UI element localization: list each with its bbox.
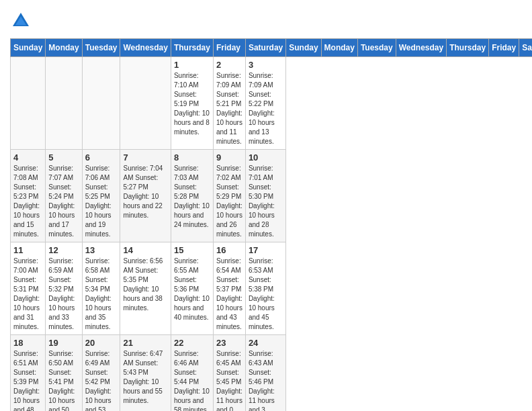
day-number: 22 — [174, 338, 210, 348]
weekday-header-tuesday: Tuesday — [357, 39, 396, 57]
page-header — [10, 10, 522, 32]
day-number: 6 — [85, 152, 118, 163]
day-info: Sunrise: 6:46 AM Sunset: 5:44 PM Dayligh… — [174, 349, 210, 411]
calendar-day: 7Sunrise: 7:04 AM Sunset: 5:27 PM Daylig… — [120, 150, 171, 242]
day-number: 3 — [249, 60, 283, 70]
day-info: Sunrise: 6:49 AM Sunset: 5:42 PM Dayligh… — [85, 349, 118, 411]
day-info: Sunrise: 6:43 AM Sunset: 5:46 PM Dayligh… — [249, 349, 283, 411]
day-number: 13 — [85, 245, 118, 255]
calendar-week-4: 18Sunrise: 6:51 AM Sunset: 5:39 PM Dayli… — [11, 335, 533, 412]
calendar-day: 21Sunrise: 6:47 AM Sunset: 5:43 PM Dayli… — [120, 335, 171, 412]
calendar-day: 20Sunrise: 6:49 AM Sunset: 5:42 PM Dayli… — [82, 335, 120, 412]
header-wednesday: Wednesday — [120, 39, 171, 57]
day-info: Sunrise: 7:08 AM Sunset: 5:23 PM Dayligh… — [13, 164, 42, 239]
calendar-day: 8Sunrise: 7:03 AM Sunset: 5:28 PM Daylig… — [171, 150, 213, 242]
weekday-header-thursday: Thursday — [447, 39, 489, 57]
weekday-header-friday: Friday — [489, 39, 519, 57]
weekday-header-saturday: Saturday — [519, 39, 532, 57]
day-info: Sunrise: 6:55 AM Sunset: 5:36 PM Dayligh… — [174, 257, 210, 322]
header-tuesday: Tuesday — [82, 39, 120, 57]
calendar-day: 19Sunrise: 6:50 AM Sunset: 5:41 PM Dayli… — [46, 335, 82, 412]
day-info: Sunrise: 6:50 AM Sunset: 5:41 PM Dayligh… — [48, 349, 79, 411]
calendar-week-1: 1Sunrise: 7:10 AM Sunset: 5:19 PM Daylig… — [11, 57, 533, 150]
calendar-day: 14Sunrise: 6:56 AM Sunset: 5:35 PM Dayli… — [120, 242, 171, 335]
day-number: 7 — [123, 152, 167, 163]
day-number: 16 — [216, 245, 242, 255]
header-sunday: Sunday — [11, 39, 46, 57]
calendar-day: 2Sunrise: 7:09 AM Sunset: 5:21 PM Daylig… — [213, 57, 245, 150]
calendar-day: 15Sunrise: 6:55 AM Sunset: 5:36 PM Dayli… — [171, 242, 213, 335]
day-number: 17 — [249, 245, 283, 255]
day-info: Sunrise: 6:56 AM Sunset: 5:35 PM Dayligh… — [123, 257, 167, 313]
day-number: 9 — [216, 152, 242, 163]
calendar-day — [82, 57, 120, 150]
calendar-day: 4Sunrise: 7:08 AM Sunset: 5:23 PM Daylig… — [11, 150, 46, 242]
day-info: Sunrise: 7:10 AM Sunset: 5:19 PM Dayligh… — [174, 71, 210, 137]
day-number: 15 — [174, 245, 210, 255]
calendar-day: 1Sunrise: 7:10 AM Sunset: 5:19 PM Daylig… — [171, 57, 213, 150]
day-info: Sunrise: 7:01 AM Sunset: 5:30 PM Dayligh… — [249, 164, 283, 239]
day-number: 14 — [123, 245, 167, 255]
day-number: 20 — [85, 338, 118, 348]
calendar-day — [46, 57, 82, 150]
header-monday: Monday — [46, 39, 82, 57]
day-info: Sunrise: 6:51 AM Sunset: 5:39 PM Dayligh… — [13, 349, 42, 411]
calendar-day: 17Sunrise: 6:53 AM Sunset: 5:38 PM Dayli… — [245, 242, 285, 335]
header-saturday: Saturday — [245, 39, 285, 57]
day-number: 4 — [13, 152, 42, 163]
calendar-day: 23Sunrise: 6:45 AM Sunset: 5:45 PM Dayli… — [213, 335, 245, 412]
calendar-day: 12Sunrise: 6:59 AM Sunset: 5:32 PM Dayli… — [46, 242, 82, 335]
day-number: 5 — [48, 152, 79, 163]
day-info: Sunrise: 7:06 AM Sunset: 5:25 PM Dayligh… — [85, 164, 118, 239]
day-number: 21 — [123, 338, 167, 348]
day-number: 8 — [174, 152, 210, 163]
day-number: 23 — [216, 338, 242, 348]
day-info: Sunrise: 6:47 AM Sunset: 5:43 PM Dayligh… — [123, 349, 167, 406]
calendar-day: 10Sunrise: 7:01 AM Sunset: 5:30 PM Dayli… — [245, 150, 285, 242]
day-info: Sunrise: 7:03 AM Sunset: 5:28 PM Dayligh… — [174, 164, 210, 230]
day-info: Sunrise: 6:58 AM Sunset: 5:34 PM Dayligh… — [85, 257, 118, 332]
calendar-day: 16Sunrise: 6:54 AM Sunset: 5:37 PM Dayli… — [213, 242, 245, 335]
calendar-week-2: 4Sunrise: 7:08 AM Sunset: 5:23 PM Daylig… — [11, 150, 533, 242]
weekday-header-monday: Monday — [321, 39, 357, 57]
calendar-table: SundayMondayTuesdayWednesdayThursdayFrid… — [10, 38, 532, 411]
day-info: Sunrise: 7:09 AM Sunset: 5:21 PM Dayligh… — [216, 71, 242, 146]
logo — [10, 10, 34, 32]
day-info: Sunrise: 6:45 AM Sunset: 5:45 PM Dayligh… — [216, 349, 242, 411]
weekday-header-sunday: Sunday — [286, 39, 321, 57]
calendar-day: 11Sunrise: 7:00 AM Sunset: 5:31 PM Dayli… — [11, 242, 46, 335]
day-number: 18 — [13, 338, 42, 348]
calendar-header-row: SundayMondayTuesdayWednesdayThursdayFrid… — [11, 39, 533, 57]
day-info: Sunrise: 6:53 AM Sunset: 5:38 PM Dayligh… — [249, 257, 283, 332]
day-info: Sunrise: 7:07 AM Sunset: 5:24 PM Dayligh… — [48, 164, 79, 239]
day-info: Sunrise: 7:04 AM Sunset: 5:27 PM Dayligh… — [123, 164, 167, 220]
day-info: Sunrise: 7:00 AM Sunset: 5:31 PM Dayligh… — [13, 257, 42, 332]
calendar-day: 24Sunrise: 6:43 AM Sunset: 5:46 PM Dayli… — [245, 335, 285, 412]
calendar-day: 6Sunrise: 7:06 AM Sunset: 5:25 PM Daylig… — [82, 150, 120, 242]
day-number: 10 — [249, 152, 283, 163]
weekday-header-wednesday: Wednesday — [396, 39, 446, 57]
calendar-day: 22Sunrise: 6:46 AM Sunset: 5:44 PM Dayli… — [171, 335, 213, 412]
day-info: Sunrise: 6:59 AM Sunset: 5:32 PM Dayligh… — [48, 257, 79, 332]
day-number: 2 — [216, 60, 242, 70]
calendar-day — [120, 57, 171, 150]
day-info: Sunrise: 7:02 AM Sunset: 5:29 PM Dayligh… — [216, 164, 242, 239]
calendar-day — [11, 57, 46, 150]
calendar-day: 5Sunrise: 7:07 AM Sunset: 5:24 PM Daylig… — [46, 150, 82, 242]
day-number: 1 — [174, 60, 210, 70]
day-number: 19 — [48, 338, 79, 348]
day-number: 24 — [249, 338, 283, 348]
calendar-day: 13Sunrise: 6:58 AM Sunset: 5:34 PM Dayli… — [82, 242, 120, 335]
calendar-day: 9Sunrise: 7:02 AM Sunset: 5:29 PM Daylig… — [213, 150, 245, 242]
day-number: 12 — [48, 245, 79, 255]
calendar-day: 18Sunrise: 6:51 AM Sunset: 5:39 PM Dayli… — [11, 335, 46, 412]
day-info: Sunrise: 6:54 AM Sunset: 5:37 PM Dayligh… — [216, 257, 242, 332]
header-thursday: Thursday — [171, 39, 213, 57]
header-friday: Friday — [213, 39, 245, 57]
day-info: Sunrise: 7:09 AM Sunset: 5:22 PM Dayligh… — [249, 71, 283, 146]
logo-icon — [10, 10, 32, 32]
calendar-week-3: 11Sunrise: 7:00 AM Sunset: 5:31 PM Dayli… — [11, 242, 533, 335]
day-number: 11 — [13, 245, 42, 255]
calendar-day: 3Sunrise: 7:09 AM Sunset: 5:22 PM Daylig… — [245, 57, 285, 150]
